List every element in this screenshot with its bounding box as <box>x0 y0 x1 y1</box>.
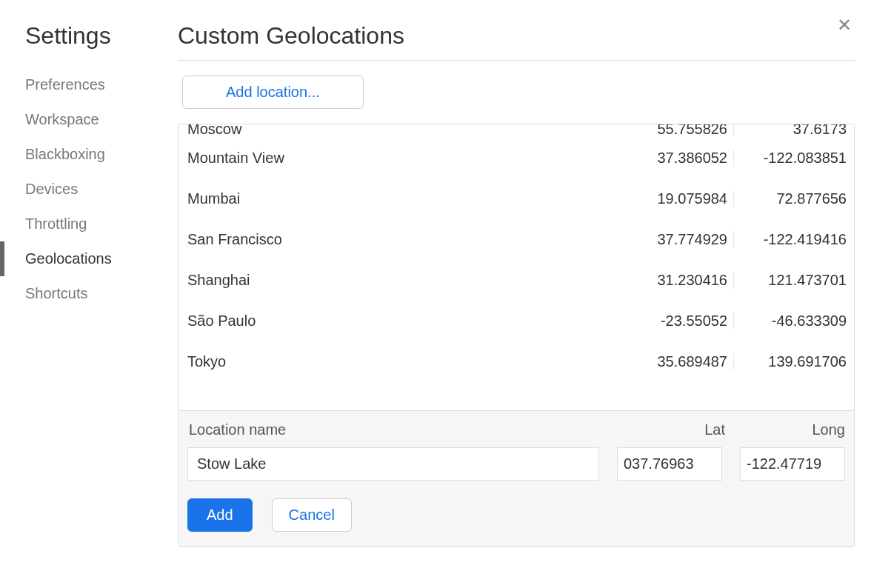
location-name-cell: Shanghai <box>186 272 617 289</box>
table-row[interactable]: Moscow 55.755826 37.6173 <box>178 124 854 138</box>
sidebar-item-throttling[interactable]: Throttling <box>22 207 178 241</box>
sidebar-item-workspace[interactable]: Workspace <box>22 102 178 137</box>
location-name-cell: Moscow <box>186 124 617 136</box>
sidebar-item-preferences[interactable]: Preferences <box>22 67 178 102</box>
table-scroll-area[interactable]: Moscow 55.755826 37.6173 Mountain View 3… <box>178 124 854 410</box>
sidebar-item-geolocations[interactable]: Geolocations <box>22 241 178 276</box>
sidebar-item-shortcuts[interactable]: Shortcuts <box>22 276 178 311</box>
location-long-cell: -46.633309 <box>734 313 847 330</box>
location-name-cell: Tokyo <box>186 353 617 370</box>
location-lat-cell: 37.386052 <box>617 150 734 167</box>
location-lat-cell: 31.230416 <box>617 272 734 289</box>
close-icon[interactable]: ✕ <box>837 16 852 34</box>
form-label-name: Location name <box>187 421 615 438</box>
add-button[interactable]: Add <box>187 498 253 532</box>
location-long-input[interactable] <box>740 447 845 481</box>
location-name-input[interactable] <box>187 447 599 481</box>
form-label-lat: Lat <box>615 421 732 438</box>
location-long-cell: -122.083851 <box>734 150 847 167</box>
main-content: Custom Geolocations Add location... Mosc… <box>178 22 871 547</box>
location-lat-cell: -23.55052 <box>617 313 734 330</box>
location-long-cell: 121.473701 <box>734 272 847 289</box>
location-name-cell: San Francisco <box>186 231 617 248</box>
sidebar-title: Settings <box>22 22 178 50</box>
sidebar-item-devices[interactable]: Devices <box>22 172 178 207</box>
location-lat-cell: 37.774929 <box>617 231 734 248</box>
title-separator <box>178 60 855 61</box>
location-long-cell: 37.6173 <box>734 124 847 136</box>
table-row[interactable]: Tokyo 35.689487 139.691706 <box>178 341 854 382</box>
location-long-cell: -122.419416 <box>734 231 847 248</box>
location-name-cell: Mountain View <box>186 150 617 167</box>
sidebar-item-blackboxing[interactable]: Blackboxing <box>22 137 178 172</box>
sidebar: Settings Preferences Workspace Blackboxi… <box>22 22 178 547</box>
cancel-button[interactable]: Cancel <box>272 498 352 532</box>
table-row[interactable]: San Francisco 37.774929 -122.419416 <box>178 219 854 260</box>
location-name-cell: Mumbai <box>186 190 617 207</box>
location-lat-cell: 35.689487 <box>617 353 734 370</box>
page-title: Custom Geolocations <box>178 22 855 50</box>
location-lat-cell: 19.075984 <box>617 190 734 207</box>
form-label-long: Long <box>732 421 845 438</box>
location-long-cell: 139.691706 <box>734 353 847 370</box>
table-row[interactable]: Shanghai 31.230416 121.473701 <box>178 260 854 301</box>
location-lat-input[interactable] <box>617 447 722 481</box>
table-row[interactable]: Mumbai 19.075984 72.877656 <box>178 178 854 219</box>
table-row[interactable]: São Paulo -23.55052 -46.633309 <box>178 301 854 341</box>
add-location-form: Location name Lat Long Add Cancel <box>178 410 854 547</box>
location-name-cell: São Paulo <box>186 313 617 330</box>
add-location-button[interactable]: Add location... <box>182 76 364 109</box>
locations-table: Moscow 55.755826 37.6173 Mountain View 3… <box>178 124 855 547</box>
table-row[interactable]: Mountain View 37.386052 -122.083851 <box>178 138 854 178</box>
location-lat-cell: 55.755826 <box>617 124 734 136</box>
location-long-cell: 72.877656 <box>734 190 847 207</box>
